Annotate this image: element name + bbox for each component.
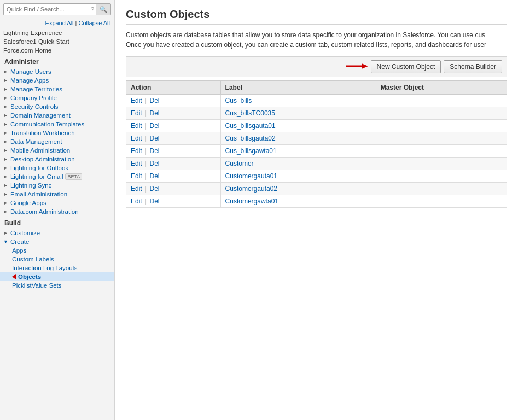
sidebar-sub-item-picklist[interactable]: PicklistValue Sets <box>0 281 114 290</box>
sidebar-item-lightning-gmail[interactable]: ► Lightning for Gmail BETA <box>0 172 114 181</box>
custom-labels-label: Custom Labels <box>12 256 54 262</box>
arrow-icon: ► <box>3 139 8 144</box>
action-cell: Edit | Del <box>126 195 221 208</box>
arrow-icon: ► <box>3 191 8 197</box>
objects-label: Objects <box>18 273 41 280</box>
action-separator: | <box>143 109 149 117</box>
search-help-icon[interactable]: ? <box>89 6 96 13</box>
sidebar-item-lightning-experience[interactable]: Lightning Experience <box>0 28 114 37</box>
edit-link[interactable]: Edit <box>131 185 142 192</box>
label-cell: Cus_billsgauta02 <box>220 132 376 145</box>
action-separator: | <box>143 197 149 205</box>
del-link[interactable]: Del <box>149 172 159 180</box>
action-cell: Edit | Del <box>126 183 221 195</box>
table-row: Edit | DelCus_bills <box>126 95 507 107</box>
sidebar-item-email-administration[interactable]: ► Email Administration <box>0 190 114 199</box>
sidebar-item-manage-apps[interactable]: ► Manage Apps <box>0 76 114 85</box>
sidebar-item-desktop-administration[interactable]: ► Desktop Administration <box>0 155 114 164</box>
sidebar-item-mobile-administration[interactable]: ► Mobile Administration <box>0 146 114 155</box>
table-row: Edit | DelCus_billsTC0035 <box>126 107 507 120</box>
action-cell: Edit | Del <box>126 170 221 183</box>
schema-builder-button[interactable]: Schema Builder <box>444 60 502 73</box>
sidebar-item-forcecom[interactable]: Force.com Home <box>0 46 114 55</box>
sidebar-item-lightning-outlook[interactable]: ► Lightning for Outlook <box>0 164 114 172</box>
object-link[interactable]: Cus_billsgawta01 <box>225 147 277 155</box>
create-label: Create <box>10 238 30 245</box>
edit-link[interactable]: Edit <box>131 197 142 205</box>
sidebar-item-company-profile[interactable]: ► Company Profile <box>0 94 114 102</box>
master-cell <box>376 120 507 132</box>
table-row: Edit | DelCustomergawta01 <box>126 195 507 208</box>
arrow-icon: ► <box>3 174 8 179</box>
edit-link[interactable]: Edit <box>131 147 142 155</box>
mobile-administration-label: Mobile Administration <box>10 147 70 154</box>
object-link[interactable]: Cus_billsTC0035 <box>225 109 275 117</box>
del-link[interactable]: Del <box>149 97 159 104</box>
object-link[interactable]: Customergauta01 <box>225 172 277 180</box>
arrow-icon: ► <box>3 165 8 171</box>
edit-link[interactable]: Edit <box>131 97 142 104</box>
object-link[interactable]: Cus_bills <box>225 97 252 104</box>
arrow-icon: ► <box>3 209 8 214</box>
del-link[interactable]: Del <box>149 135 159 142</box>
sidebar-item-google-apps[interactable]: ► Google Apps <box>0 199 114 207</box>
search-input[interactable] <box>4 4 89 15</box>
arrow-icon: ► <box>3 78 8 83</box>
administer-section-header: Administer <box>0 55 114 67</box>
del-link[interactable]: Del <box>149 109 159 117</box>
del-link[interactable]: Del <box>149 185 159 192</box>
table-row: Edit | DelCus_billsgawta01 <box>126 145 507 158</box>
del-link[interactable]: Del <box>149 147 159 155</box>
action-separator: | <box>143 97 149 104</box>
sidebar-item-lightning-sync[interactable]: ► Lightning Sync <box>0 181 114 190</box>
sidebar-sub-item-custom-labels[interactable]: Custom Labels <box>0 255 114 264</box>
forcecom-label: Force.com Home <box>3 47 51 54</box>
del-link[interactable]: Del <box>149 197 159 205</box>
sidebar-item-communication-templates[interactable]: ► Communication Templates <box>0 120 114 129</box>
sidebar-sub-item-interaction-log[interactable]: Interaction Log Layouts <box>0 264 114 272</box>
picklist-label: PicklistValue Sets <box>12 282 62 289</box>
customize-label: Customize <box>10 230 40 236</box>
sidebar-item-translation-workbench[interactable]: ► Translation Workbench <box>0 129 114 137</box>
object-link[interactable]: Cus_billsgauta02 <box>225 135 276 142</box>
sidebar-item-data-management[interactable]: ► Data Management <box>0 137 114 146</box>
sidebar-item-salesforce1[interactable]: Salesforce1 Quick Start <box>0 37 114 46</box>
col-master: Master Object <box>376 81 507 95</box>
object-link[interactable]: Customergawta01 <box>225 197 278 205</box>
new-custom-object-button[interactable]: New Custom Object <box>371 60 441 73</box>
manage-users-label: Manage Users <box>10 68 51 75</box>
sidebar-item-manage-territories[interactable]: ► Manage Territories <box>0 85 114 94</box>
action-cell: Edit | Del <box>126 158 221 170</box>
sidebar-item-datacom-administration[interactable]: ► Data.com Administration <box>0 207 114 216</box>
object-link[interactable]: Customer <box>225 160 254 167</box>
sidebar-sub-item-objects[interactable]: Objects <box>0 272 114 281</box>
object-link[interactable]: Cus_billsgauta01 <box>225 122 276 130</box>
edit-link[interactable]: Edit <box>131 172 142 180</box>
arrow-icon: ► <box>3 230 8 236</box>
page-title: Custom Objects <box>126 8 507 25</box>
edit-link[interactable]: Edit <box>131 109 142 117</box>
search-go-button[interactable]: 🔍 <box>96 4 110 15</box>
sidebar-item-create[interactable]: ▼ Create <box>0 237 114 246</box>
edit-link[interactable]: Edit <box>131 135 142 142</box>
edit-link[interactable]: Edit <box>131 160 142 167</box>
sidebar-item-manage-users[interactable]: ► Manage Users <box>0 67 114 76</box>
action-separator: | <box>143 135 149 142</box>
main-content: Custom Objects Custom objects are databa… <box>115 0 518 420</box>
del-link[interactable]: Del <box>149 122 159 130</box>
sidebar-sub-item-apps[interactable]: Apps <box>0 246 114 255</box>
sidebar-item-domain-management[interactable]: ► Domain Management <box>0 111 114 120</box>
sidebar-item-customize[interactable]: ► Customize <box>0 229 114 237</box>
arrow-icon: ► <box>3 69 8 74</box>
del-link[interactable]: Del <box>149 160 159 167</box>
collapse-all-link[interactable]: Collapse All <box>79 20 110 26</box>
sidebar-item-security-controls[interactable]: ► Security Controls <box>0 102 114 111</box>
expand-all-link[interactable]: Expand All <box>45 20 74 26</box>
page-description: Custom objects are database tables that … <box>126 30 507 50</box>
search-bar: ? 🔍 <box>3 3 111 15</box>
table-row: Edit | DelCustomergauta01 <box>126 170 507 183</box>
object-link[interactable]: Customergauta02 <box>225 185 277 192</box>
label-cell: Customergauta02 <box>220 183 376 195</box>
master-cell <box>376 145 507 158</box>
edit-link[interactable]: Edit <box>131 122 142 130</box>
